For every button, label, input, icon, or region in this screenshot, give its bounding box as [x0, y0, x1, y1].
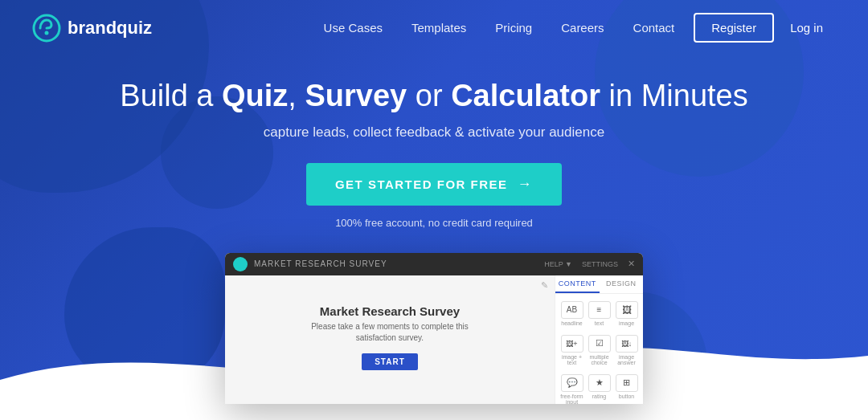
- titlebar-survey-name: MARKET RESEARCH SURVEY: [254, 259, 387, 268]
- image-icon: 🖼: [616, 301, 638, 319]
- app-body: ✎ Market Research Survey Please take a f…: [225, 275, 643, 404]
- titlebar-close-icon[interactable]: ✕: [628, 259, 635, 269]
- text-label: text: [595, 320, 604, 326]
- logo-link[interactable]: brandquiz: [32, 14, 152, 43]
- headline-icon: AB: [561, 301, 583, 319]
- logo-icon: [32, 14, 61, 43]
- app-window: MARKET RESEARCH SURVEY HELP ▼ SETTINGS ✕…: [225, 253, 643, 404]
- sidebar-tab-design[interactable]: DESIGN: [600, 275, 644, 293]
- titlebar-right: HELP ▼ SETTINGS ✕: [544, 259, 635, 269]
- nav-use-cases[interactable]: Use Cases: [311, 14, 395, 41]
- multiple-choice-icon: ☑: [588, 335, 611, 353]
- sidebar-item-rating[interactable]: ★ rating: [586, 370, 612, 404]
- survey-subtitle: Please take a few moments to complete th…: [309, 321, 470, 344]
- sidebar-tab-content[interactable]: CONTENT: [555, 275, 600, 293]
- sidebar-items-grid: AB headline ≡ text 🖼 image 🖼+ image + te…: [555, 294, 643, 404]
- sidebar-item-text[interactable]: ≡ text: [586, 297, 612, 330]
- text-icon: ≡: [588, 301, 611, 319]
- nav-pricing[interactable]: Pricing: [482, 14, 545, 41]
- rating-label: rating: [592, 393, 607, 399]
- image-answer-label: image answer: [615, 354, 638, 365]
- rating-icon: ★: [588, 374, 611, 392]
- image-label: image: [619, 320, 634, 326]
- navbar: brandquiz Use Cases Templates Pricing Ca…: [0, 0, 868, 55]
- app-preview: MARKET RESEARCH SURVEY HELP ▼ SETTINGS ✕…: [0, 253, 868, 404]
- freeform-label: free-form input: [560, 393, 583, 404]
- brand-name: brandquiz: [68, 18, 152, 39]
- app-titlebar: MARKET RESEARCH SURVEY HELP ▼ SETTINGS ✕: [225, 253, 643, 275]
- button-icon: ⊞: [616, 374, 638, 392]
- titlebar-help[interactable]: HELP ▼: [544, 260, 572, 268]
- hero-section: Build a Quiz, Survey or Calculator in Mi…: [0, 55, 868, 253]
- cta-arrow-icon: →: [518, 176, 534, 193]
- image-text-icon: 🖼+: [561, 335, 583, 353]
- sidebar-item-multiple-choice[interactable]: ☑ multiple choice: [586, 331, 612, 369]
- sidebar-item-freeform[interactable]: 💬 free-form input: [559, 370, 585, 404]
- button-label: button: [619, 393, 634, 399]
- sidebar-item-button[interactable]: ⊞ button: [613, 370, 640, 404]
- register-button[interactable]: Register: [694, 13, 774, 43]
- hero-subtitle: capture leads, collect feedback & activa…: [16, 124, 852, 141]
- survey-content-area: ✎ Market Research Survey Please take a f…: [225, 275, 555, 404]
- multiple-choice-label: multiple choice: [588, 354, 611, 365]
- sidebar-item-image-answer[interactable]: 🖼↓ image answer: [613, 331, 640, 369]
- nav-contact[interactable]: Contact: [620, 14, 688, 41]
- survey-start-button[interactable]: START: [362, 353, 418, 370]
- freeform-icon: 💬: [561, 374, 583, 392]
- sidebar-item-headline[interactable]: AB headline: [559, 297, 585, 330]
- titlebar-logo-icon: [233, 257, 248, 271]
- login-button[interactable]: Log in: [777, 14, 836, 41]
- nav-links: Use Cases Templates Pricing Careers Cont…: [311, 13, 836, 43]
- sidebar-item-image-text[interactable]: 🖼+ image + text: [559, 331, 585, 369]
- hero-note: 100% free account, no credit card requir…: [16, 217, 852, 229]
- cta-label: GET STARTED FOR FREE: [335, 177, 508, 191]
- titlebar-left: MARKET RESEARCH SURVEY: [233, 257, 387, 271]
- hero-title: Build a Quiz, Survey or Calculator in Mi…: [16, 78, 852, 115]
- headline-label: headline: [561, 320, 582, 326]
- titlebar-settings[interactable]: SETTINGS: [582, 260, 618, 268]
- edit-icon: ✎: [541, 280, 548, 291]
- svg-point-1: [45, 31, 49, 35]
- sidebar-tabs: CONTENT DESIGN: [555, 275, 643, 294]
- nav-careers[interactable]: Careers: [548, 14, 616, 41]
- nav-templates[interactable]: Templates: [399, 14, 479, 41]
- image-text-label: image + text: [560, 354, 583, 365]
- sidebar-item-image[interactable]: 🖼 image: [613, 297, 640, 330]
- survey-title: Market Research Survey: [320, 304, 460, 318]
- app-sidebar: CONTENT DESIGN AB headline ≡ text 🖼 imag…: [555, 275, 643, 404]
- image-answer-icon: 🖼↓: [616, 335, 638, 353]
- cta-button[interactable]: GET STARTED FOR FREE →: [306, 163, 562, 206]
